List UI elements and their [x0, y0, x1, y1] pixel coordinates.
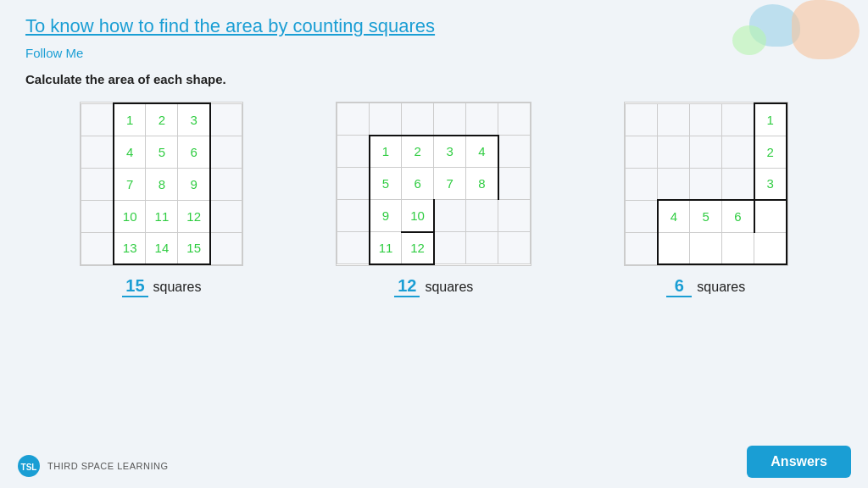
- company-name: THIRD SPACE LEARNING: [47, 461, 168, 471]
- shape2-grid: 123456789101112: [336, 102, 531, 266]
- shape2-container: 123456789101112 12 squares: [336, 102, 531, 297]
- shape3-answer: 6: [666, 276, 692, 297]
- svg-text:TSL: TSL: [21, 463, 37, 472]
- follow-me-link[interactable]: Follow Me: [25, 46, 843, 60]
- shape1-answer-line: 15 squares: [122, 276, 201, 297]
- shape2-squares-label: squares: [425, 280, 473, 295]
- shape2-answer-line: 12 squares: [394, 276, 473, 297]
- shape1-grid: 123456789101112131415: [80, 102, 243, 266]
- footer: TSL THIRD SPACE LEARNING: [17, 454, 168, 478]
- answers-button[interactable]: Answers: [747, 446, 851, 478]
- page-title: To know how to find the area by counting…: [25, 15, 843, 37]
- shape1-squares-label: squares: [153, 280, 202, 295]
- shape3-squares-label: squares: [697, 280, 745, 295]
- shape1-answer: 15: [122, 276, 147, 297]
- shape1-container: 123456789101112131415 15 squares: [80, 102, 243, 297]
- shapes-row: 123456789101112131415 15 squares 1234567…: [25, 102, 843, 297]
- shape3-answer-line: 6 squares: [666, 276, 745, 297]
- shape3-container: 123456 6 squares: [624, 102, 788, 297]
- company-logo: TSL: [17, 454, 41, 478]
- instruction-text: Calculate the area of each shape.: [25, 72, 843, 86]
- shape2-answer: 12: [394, 276, 420, 297]
- shape3-grid: 123456: [624, 102, 788, 266]
